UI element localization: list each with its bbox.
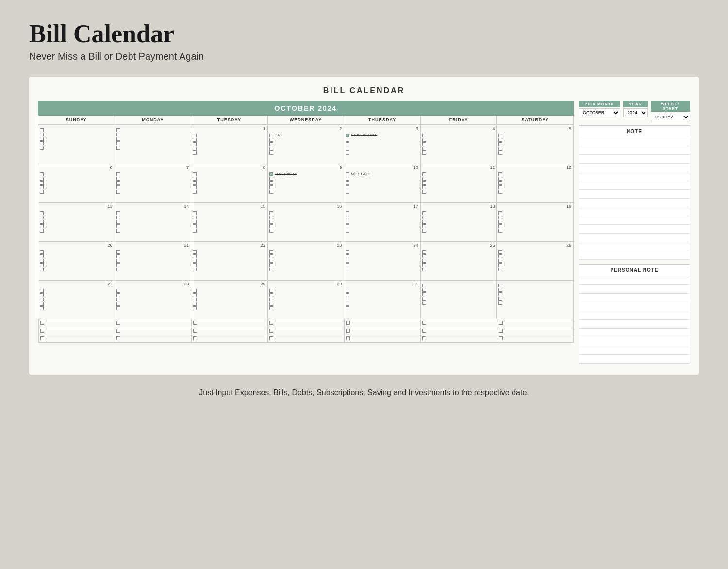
pick-month-select[interactable]: OCTOBER JANUARY FEBRUARY MARCH APRIL MAY… <box>579 108 620 117</box>
year-select[interactable]: 2024 2025 2023 <box>623 108 648 117</box>
extra-checkbox[interactable] <box>116 336 120 340</box>
empty-checkbox[interactable] <box>193 151 197 155</box>
empty-checkbox[interactable] <box>116 181 120 185</box>
empty-checkbox[interactable] <box>346 263 349 267</box>
empty-checkbox[interactable] <box>498 151 502 155</box>
empty-checkbox[interactable] <box>422 138 426 142</box>
empty-checkbox[interactable] <box>269 142 273 146</box>
extra-checkbox[interactable] <box>499 329 503 333</box>
empty-checkbox[interactable] <box>346 298 349 301</box>
empty-checkbox[interactable] <box>116 224 120 228</box>
empty-checkbox[interactable] <box>269 302 273 306</box>
entry-checkbox[interactable] <box>346 134 349 137</box>
empty-checkbox[interactable] <box>116 146 120 150</box>
empty-checkbox[interactable] <box>422 268 426 271</box>
empty-checkbox[interactable] <box>269 216 273 219</box>
empty-checkbox[interactable] <box>116 259 120 263</box>
empty-checkbox[interactable] <box>422 142 426 146</box>
empty-checkbox[interactable] <box>193 293 197 297</box>
extra-checkbox[interactable] <box>116 329 120 333</box>
empty-checkbox[interactable] <box>193 134 197 137</box>
empty-checkbox[interactable] <box>116 185 120 189</box>
empty-checkbox[interactable] <box>498 301 502 305</box>
empty-checkbox[interactable] <box>116 254 120 258</box>
empty-checkbox[interactable] <box>193 190 197 194</box>
empty-checkbox[interactable] <box>116 137 120 141</box>
empty-checkbox[interactable] <box>40 289 44 293</box>
empty-checkbox[interactable] <box>193 181 197 185</box>
empty-checkbox[interactable] <box>422 224 426 228</box>
extra-checkbox[interactable] <box>422 329 426 333</box>
empty-checkbox[interactable] <box>422 292 426 296</box>
extra-checkbox[interactable] <box>193 321 197 325</box>
empty-checkbox[interactable] <box>422 250 426 254</box>
empty-checkbox[interactable] <box>422 172 426 176</box>
empty-checkbox[interactable] <box>40 181 44 185</box>
extra-checkbox[interactable] <box>40 329 44 333</box>
empty-checkbox[interactable] <box>40 293 44 297</box>
empty-checkbox[interactable] <box>498 216 502 219</box>
empty-checkbox[interactable] <box>498 292 502 296</box>
empty-checkbox[interactable] <box>193 298 197 301</box>
empty-checkbox[interactable] <box>346 302 349 306</box>
empty-checkbox[interactable] <box>269 293 273 297</box>
extra-checkbox[interactable] <box>499 336 503 340</box>
empty-checkbox[interactable] <box>422 211 426 215</box>
empty-checkbox[interactable] <box>116 141 120 145</box>
empty-checkbox[interactable] <box>346 185 349 189</box>
empty-checkbox[interactable] <box>422 151 426 155</box>
extra-checkbox[interactable] <box>346 336 350 340</box>
empty-checkbox[interactable] <box>116 177 120 181</box>
weekly-start-select[interactable]: SUNDAY MONDAY <box>651 113 690 121</box>
empty-checkbox[interactable] <box>498 147 502 151</box>
empty-checkbox[interactable] <box>422 259 426 263</box>
empty-checkbox[interactable] <box>269 151 273 155</box>
extra-checkbox[interactable] <box>116 321 120 325</box>
extra-checkbox[interactable] <box>346 321 350 325</box>
empty-checkbox[interactable] <box>40 177 44 181</box>
empty-checkbox[interactable] <box>346 181 349 185</box>
empty-checkbox[interactable] <box>40 306 44 310</box>
empty-checkbox[interactable] <box>116 298 120 301</box>
empty-checkbox[interactable] <box>193 289 197 293</box>
empty-checkbox[interactable] <box>498 134 502 137</box>
empty-checkbox[interactable] <box>422 190 426 194</box>
empty-checkbox[interactable] <box>498 284 502 287</box>
empty-checkbox[interactable] <box>269 211 273 215</box>
empty-checkbox[interactable] <box>40 133 44 136</box>
empty-checkbox[interactable] <box>193 142 197 146</box>
empty-checkbox[interactable] <box>498 259 502 263</box>
empty-checkbox[interactable] <box>346 306 349 310</box>
empty-checkbox[interactable] <box>422 288 426 292</box>
empty-checkbox[interactable] <box>346 147 349 151</box>
empty-checkbox[interactable] <box>193 185 197 189</box>
empty-checkbox[interactable] <box>498 185 502 189</box>
empty-checkbox[interactable] <box>193 211 197 215</box>
empty-checkbox[interactable] <box>193 259 197 263</box>
empty-checkbox[interactable] <box>422 177 426 181</box>
empty-checkbox[interactable] <box>269 229 273 233</box>
empty-checkbox[interactable] <box>116 263 120 267</box>
empty-checkbox[interactable] <box>422 301 426 305</box>
empty-checkbox[interactable] <box>498 263 502 267</box>
empty-checkbox[interactable] <box>40 224 44 228</box>
extra-checkbox[interactable] <box>422 321 426 325</box>
empty-checkbox[interactable] <box>498 177 502 181</box>
empty-checkbox[interactable] <box>40 220 44 224</box>
empty-checkbox[interactable] <box>40 229 44 233</box>
empty-checkbox[interactable] <box>40 128 44 132</box>
entry-checkbox[interactable] <box>269 172 273 176</box>
empty-checkbox[interactable] <box>40 185 44 189</box>
empty-checkbox[interactable] <box>40 211 44 215</box>
extra-checkbox[interactable] <box>269 336 273 340</box>
empty-checkbox[interactable] <box>269 289 273 293</box>
extra-checkbox[interactable] <box>269 321 273 325</box>
empty-checkbox[interactable] <box>116 289 120 293</box>
empty-checkbox[interactable] <box>498 297 502 301</box>
empty-checkbox[interactable] <box>40 146 44 150</box>
empty-checkbox[interactable] <box>498 250 502 254</box>
empty-checkbox[interactable] <box>498 220 502 224</box>
empty-checkbox[interactable] <box>346 250 349 254</box>
extra-checkbox[interactable] <box>499 321 503 325</box>
empty-checkbox[interactable] <box>193 263 197 267</box>
